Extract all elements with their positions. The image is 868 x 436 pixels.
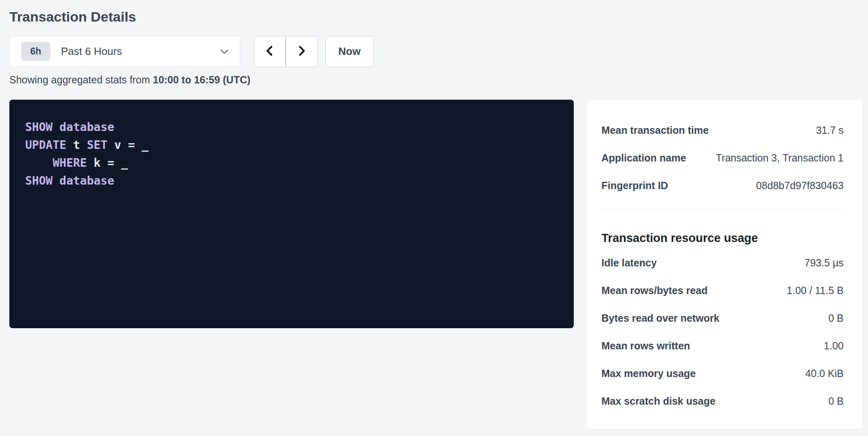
aggregated-stats-summary: Showing aggregated stats from 10:00 to 1… [9, 74, 863, 86]
stat-row: Max memory usage40.0 KiB [601, 360, 844, 387]
stat-row: Application nameTransaction 3, Transacti… [601, 144, 844, 172]
transaction-stats-panel: Mean transaction time31.7 sApplication n… [586, 100, 863, 429]
stat-value: Transaction 3, Transaction 1 [716, 152, 844, 164]
time-step-button-group [254, 36, 317, 67]
stat-row: Fingerprint ID08d8b7d97f830463 [601, 172, 844, 199]
stat-label: Application name [601, 152, 686, 164]
stat-label: Max scratch disk usage [601, 395, 716, 407]
panel-divider [601, 209, 844, 209]
sql-plain-token [52, 174, 59, 187]
sql-keyword-token: database [59, 120, 114, 134]
sql-code-line: WHERE k = _ [25, 154, 562, 172]
stat-value: 0 B [828, 312, 844, 324]
time-range-label: Past 6 Hours [61, 45, 220, 58]
transaction-details-page: Transaction Details 6h Past 6 Hours [0, 0, 868, 429]
stat-value: 0 B [828, 395, 844, 407]
next-time-button[interactable] [286, 36, 317, 67]
sql-plain-token: v = _ [107, 138, 148, 152]
chevron-right-icon [295, 44, 308, 59]
resource-usage-section: Idle latency793.5 µsMean rows/bytes read… [601, 249, 844, 415]
page-title: Transaction Details [9, 8, 863, 25]
stat-row: Mean rows/bytes read1.00 / 11.5 B [601, 277, 844, 304]
sql-keyword-token: SET [87, 138, 108, 152]
sql-keyword-token: UPDATE [25, 138, 66, 152]
sql-plain-token: t [66, 138, 87, 152]
stat-row: Bytes read over network0 B [601, 304, 844, 332]
time-controls-row: 6h Past 6 Hours [9, 36, 863, 67]
stat-label: Mean rows/bytes read [601, 285, 707, 296]
sql-code-line: SHOW database [25, 172, 562, 190]
stat-value: 1.00 [824, 340, 844, 352]
chevron-left-icon [264, 44, 276, 59]
previous-time-button[interactable] [254, 36, 286, 67]
resource-usage-heading: Transaction resource usage [601, 231, 844, 244]
sql-plain-token [52, 120, 59, 134]
sql-plain-token: k = _ [87, 156, 128, 170]
sql-code-line: UPDATE t SET v = _ [25, 136, 562, 154]
sql-plain-token [25, 156, 52, 170]
sql-keyword-token: SHOW [25, 120, 52, 134]
stat-row: Mean rows written1.00 [601, 332, 844, 360]
sql-code-line: SHOW database [25, 118, 562, 136]
stat-label: Mean rows written [601, 340, 690, 352]
stat-value: 08d8b7d97f830463 [756, 180, 844, 192]
time-range-badge: 6h [21, 42, 50, 61]
stat-label: Mean transaction time [601, 124, 709, 136]
sql-keyword-token: SHOW [25, 174, 52, 187]
chevron-down-icon [220, 49, 228, 54]
time-range-dropdown[interactable]: 6h Past 6 Hours [9, 36, 240, 67]
summary-prefix-text: Showing aggregated stats from [9, 74, 153, 85]
stat-label: Fingerprint ID [601, 180, 668, 192]
sql-keyword-token: database [59, 174, 114, 187]
summary-time-range-text: 10:00 to 16:59 (UTC) [153, 74, 250, 85]
stat-label: Max memory usage [601, 368, 696, 379]
stat-label: Idle latency [601, 257, 657, 269]
stat-row: Max scratch disk usage0 B [601, 387, 844, 415]
sql-statement-box: SHOW databaseUPDATE t SET v = _ WHERE k … [9, 100, 574, 328]
now-button[interactable]: Now [326, 36, 373, 67]
sql-keyword-token: WHERE [52, 156, 87, 170]
stat-row: Mean transaction time31.7 s [601, 116, 844, 144]
summary-stats-section: Mean transaction time31.7 sApplication n… [601, 116, 844, 199]
stat-value: 31.7 s [816, 124, 844, 136]
stat-value: 793.5 µs [805, 257, 844, 269]
details-content: SHOW databaseUPDATE t SET v = _ WHERE k … [9, 100, 863, 429]
stat-value: 1.00 / 11.5 B [787, 285, 844, 296]
stat-value: 40.0 KiB [805, 368, 844, 379]
stat-row: Idle latency793.5 µs [601, 249, 844, 277]
stat-label: Bytes read over network [601, 312, 719, 324]
